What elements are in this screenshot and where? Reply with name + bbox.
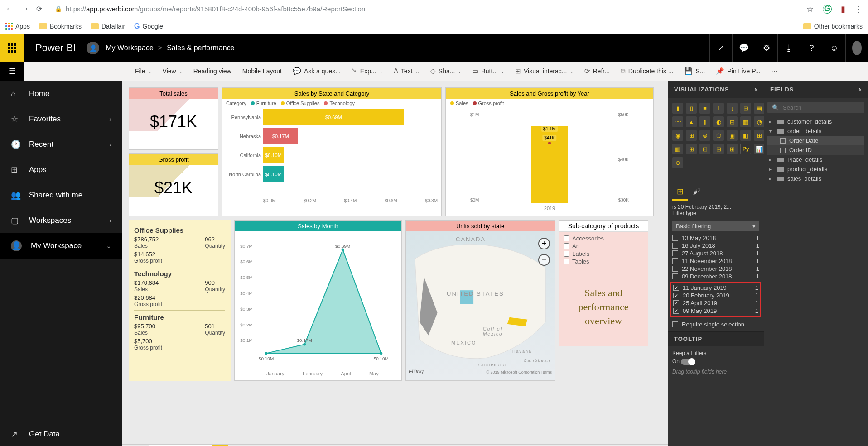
search-input[interactable] (783, 104, 860, 111)
viz-type-icon[interactable]: ◔ (754, 116, 765, 127)
pin-button[interactable]: 📌Pin Live P... (710, 62, 766, 81)
viz-type-icon[interactable]: ◧ (740, 130, 751, 141)
viz-type-icon[interactable]: ⊚ (699, 130, 710, 141)
shapes-button[interactable]: ◇Sha...⌄ (425, 62, 467, 81)
get-data-button[interactable]: ↗Get Data (0, 422, 122, 446)
filter-option[interactable]: 20 February 20191 (673, 292, 758, 299)
reload-button[interactable]: ⟳ (36, 5, 42, 13)
viz-type-icon[interactable]: ⬡ (713, 130, 724, 141)
viz-type-icon[interactable]: ▤ (754, 103, 765, 114)
address-bar[interactable]: 🔒 https://app.powerbi.com/groups/me/repo… (49, 5, 799, 13)
buttons-button[interactable]: ▭Butt...⌄ (467, 62, 510, 81)
view-menu[interactable]: View⌄ (157, 62, 188, 81)
filter-type-dropdown[interactable]: Basic filtering▾ (672, 221, 759, 231)
chart-sales-by-state[interactable]: Sales by State and Category Category Fur… (222, 87, 442, 216)
viz-type-icon[interactable]: 〰 (672, 116, 683, 127)
star-icon[interactable]: ☆ (806, 4, 814, 14)
mobile-layout-button[interactable]: Mobile Layout (237, 62, 287, 81)
menu-icon[interactable]: ⋮ (854, 4, 863, 14)
filter-option[interactable]: 22 November 20181 (672, 265, 759, 273)
refresh-button[interactable]: ⟳Refr... (579, 62, 615, 81)
download-button[interactable]: ⭳ (777, 34, 800, 62)
bookmark-folder[interactable]: Bookmarks (39, 23, 82, 30)
table-order_details[interactable]: ▾order_details (767, 126, 864, 136)
viz-type-icon[interactable]: ⫴ (713, 103, 724, 114)
viz-type-icon[interactable]: ⊕ (672, 157, 683, 168)
fields-search[interactable]: 🔍 (767, 102, 864, 113)
explore-button[interactable]: ⇲Exp...⌄ (346, 62, 388, 81)
kpi-gross-profit[interactable]: Gross profit $21K (129, 153, 218, 216)
more-button[interactable]: ⋯ (766, 62, 783, 81)
filter-option[interactable]: 16 July 20181 (672, 242, 759, 249)
profile-button[interactable] (845, 34, 868, 62)
subcategory-slicer[interactable]: Sub-category of products AccessoriesArtL… (559, 220, 648, 346)
nav-toggle[interactable]: ☰ (0, 62, 24, 81)
other-bookmarks[interactable]: Other bookmarks (803, 23, 863, 30)
chart-sales-by-year[interactable]: Sales and Gross profit by Year Sales Gro… (445, 87, 654, 216)
user-icon[interactable]: 👤 (87, 42, 99, 54)
chart-sales-by-month[interactable]: Sales by Month $0.1M$0.2M$0.3M$0.4M$0.5M… (234, 220, 402, 381)
viz-type-icon[interactable]: ⊞ (713, 144, 724, 154)
extension-icon[interactable]: ▮ (841, 4, 845, 14)
filter-option[interactable]: 11 November 20181 (672, 257, 759, 265)
visual-interactions-button[interactable]: ⊞Visual interac...⌄ (510, 62, 579, 81)
reading-view-button[interactable]: Reading view (188, 62, 237, 81)
format-tab[interactable]: 🖌 (688, 184, 705, 201)
viz-type-icon[interactable]: ⊞ (740, 103, 751, 114)
viz-type-icon[interactable]: ⫿ (727, 103, 738, 114)
field-Order Date[interactable]: Order Date (767, 136, 864, 145)
viz-type-icon[interactable]: Py (740, 144, 751, 154)
viz-type-icon[interactable]: ▥ (672, 144, 683, 154)
table-sales_details[interactable]: ▸sales_details (767, 174, 864, 183)
breadcrumb-workspace[interactable]: My Workspace (106, 44, 154, 52)
page-tab[interactable]: Sales Overview (149, 445, 212, 446)
viz-type-icon[interactable]: ◉ (672, 130, 683, 141)
collapse-icon[interactable]: › (754, 85, 757, 94)
viz-type-icon[interactable]: ▦ (740, 116, 751, 127)
nav-workspaces[interactable]: ▢Workspaces› (0, 208, 122, 233)
filter-option[interactable]: 11 January 20191 (673, 284, 758, 292)
category-summary-panel[interactable]: Office Supplies $786,752Sales962Quantity… (129, 220, 231, 381)
viz-type-icon[interactable]: ⊞ (686, 130, 697, 141)
comments-button[interactable]: 💬 (732, 34, 755, 62)
nav-recent[interactable]: 🕐Recent› (0, 132, 122, 157)
fields-tab[interactable]: ⊞ (672, 184, 688, 201)
tooltip-toggle[interactable] (681, 359, 695, 365)
zoom-in-button[interactable]: + (538, 238, 550, 249)
fullscreen-button[interactable]: ⤢ (709, 34, 732, 62)
viz-type-icon[interactable]: ◐ (713, 116, 724, 127)
viz-type-icon[interactable]: ▣ (727, 130, 738, 141)
more-visuals[interactable]: ⋯ (668, 173, 764, 181)
subcat-option[interactable]: Tables (564, 258, 643, 265)
app-launcher[interactable] (0, 34, 24, 62)
viz-type-icon[interactable]: ▮ (672, 103, 683, 114)
zoom-out-button[interactable]: − (538, 254, 550, 266)
viz-type-icon[interactable]: ⊟ (727, 116, 738, 127)
subcat-option[interactable]: Art (564, 242, 643, 250)
duplicate-button[interactable]: ⧉Duplicate this ... (615, 62, 679, 81)
viz-type-icon[interactable]: ⊞ (727, 144, 738, 154)
textbox-button[interactable]: A̲Text ... (388, 62, 425, 81)
breadcrumb-report[interactable]: Sales & performance (167, 44, 234, 52)
nav-my-workspace[interactable]: 👤My Workspace⌄ (0, 233, 122, 259)
nav-apps[interactable]: ⊞Apps (0, 157, 122, 182)
viz-type-icon[interactable]: ⊞ (686, 144, 697, 154)
table-customer_details[interactable]: ▸customer_details (767, 117, 864, 126)
save-button[interactable]: 💾S... (679, 62, 710, 81)
viz-type-icon[interactable]: ⊞ (754, 130, 765, 141)
nav-shared[interactable]: 👥Shared with me (0, 182, 122, 208)
bookmark-folder[interactable]: Dataflair (91, 23, 125, 30)
bookmark-google[interactable]: GGoogle (134, 22, 163, 30)
kpi-total-sales[interactable]: Total sales $171K (129, 87, 218, 150)
viz-type-icon[interactable]: 📊 (754, 144, 765, 154)
viz-type-icon[interactable]: ⫿ (699, 116, 710, 127)
settings-button[interactable]: ⚙ (755, 34, 777, 62)
collapse-icon[interactable]: › (858, 85, 862, 94)
subcat-option[interactable]: Accessories (564, 235, 643, 242)
feedback-button[interactable]: ☺ (823, 34, 845, 62)
table-Place_details[interactable]: ▸Place_details (767, 155, 864, 164)
viz-type-icon[interactable]: ▯ (686, 103, 697, 114)
require-single-checkbox[interactable] (672, 321, 678, 327)
viz-type-icon[interactable]: ≡ (699, 103, 710, 114)
grammarly-icon[interactable]: G (823, 5, 832, 14)
